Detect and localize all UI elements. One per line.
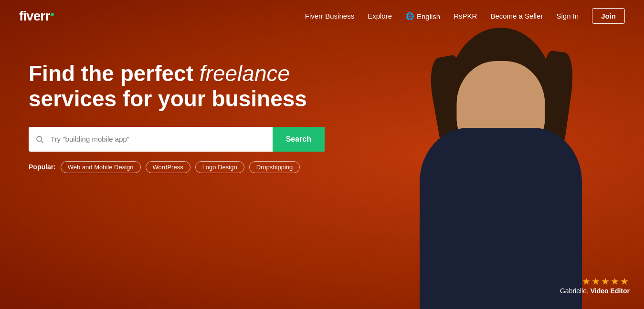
nav-item-fiverr-business[interactable]: Fiverr Business	[305, 12, 354, 21]
search-input[interactable]	[51, 135, 273, 143]
logo[interactable]: fiverr	[19, 9, 54, 24]
nav-item-sign-in[interactable]: Sign In	[556, 12, 579, 21]
hero-section: fiverr Fiverr Business Explore 🌐 English…	[0, 0, 644, 309]
nav-item-currency[interactable]: RsPKR	[454, 12, 477, 21]
nav-item-language[interactable]: 🌐 English	[405, 12, 440, 21]
popular-tags-row: Popular: Web and Mobile Design WordPress…	[29, 161, 315, 173]
fiverr-business-link[interactable]: Fiverr Business	[305, 12, 354, 20]
reviewer-name: Gabrielle,	[560, 287, 589, 295]
person-figure	[386, 23, 615, 309]
search-button[interactable]: Search	[273, 127, 325, 152]
star-rating: ★★★★★	[560, 276, 630, 287]
logo-dot	[51, 13, 54, 16]
tag-wordpress[interactable]: WordPress	[146, 161, 190, 173]
sign-in-link[interactable]: Sign In	[556, 12, 579, 20]
person-body	[420, 128, 582, 309]
title-part1: Find the perfect	[29, 61, 200, 86]
navbar: fiverr Fiverr Business Explore 🌐 English…	[0, 0, 644, 32]
title-italic: freelance	[200, 61, 290, 86]
globe-icon: 🌐	[405, 12, 414, 21]
hero-title: Find the perfect freelance services for …	[29, 61, 315, 112]
logo-text: fiverr	[19, 9, 50, 24]
popular-label: Popular:	[29, 163, 56, 171]
nav-item-explore[interactable]: Explore	[368, 12, 392, 21]
explore-link[interactable]: Explore	[368, 12, 392, 20]
language-link[interactable]: 🌐 English	[405, 12, 440, 21]
svg-line-1	[41, 141, 43, 143]
join-button[interactable]: Join	[592, 8, 625, 24]
rating-badge: ★★★★★ Gabrielle, Video Editor	[560, 276, 630, 295]
hero-content: Find the perfect freelance services for …	[0, 32, 334, 173]
nav-links: Fiverr Business Explore 🌐 English RsPKR …	[305, 12, 625, 21]
tag-web-mobile-design[interactable]: Web and Mobile Design	[61, 161, 141, 173]
nav-item-join[interactable]: Join	[592, 12, 625, 21]
model-image-wrap	[348, 13, 644, 309]
search-bar: Search	[29, 127, 325, 152]
nav-item-become-seller[interactable]: Become a Seller	[490, 12, 543, 21]
reviewer-role: Video Editor	[591, 287, 630, 295]
language-label: English	[417, 12, 440, 21]
tag-logo-design[interactable]: Logo Design	[195, 161, 244, 173]
title-part2: services for your business	[29, 86, 307, 111]
tag-dropshipping[interactable]: Dropshipping	[249, 161, 300, 173]
currency-link[interactable]: RsPKR	[454, 12, 477, 20]
search-icon	[29, 135, 51, 144]
svg-point-0	[37, 136, 42, 142]
become-seller-link[interactable]: Become a Seller	[490, 12, 543, 20]
rating-name: Gabrielle, Video Editor	[560, 287, 630, 295]
